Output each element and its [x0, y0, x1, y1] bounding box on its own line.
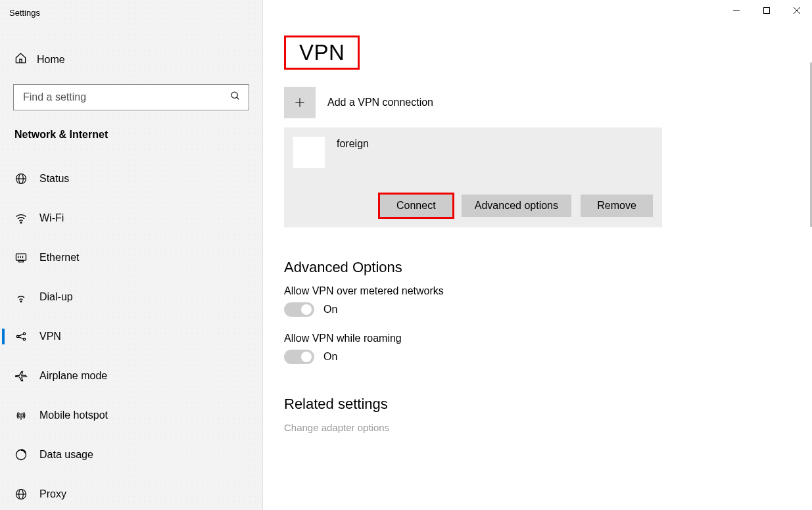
globe-icon [14, 172, 39, 185]
airplane-icon [14, 369, 39, 382]
related-settings-heading: Related settings [284, 396, 812, 413]
sidebar-item-label: Ethernet [39, 252, 79, 264]
roaming-option-label: Allow VPN while roaming [284, 333, 812, 344]
vpn-connection-name: foreign [337, 137, 369, 150]
sidebar-item-label: VPN [39, 331, 61, 342]
sidebar-item-label: Wi-Fi [39, 212, 64, 224]
data-usage-icon [14, 448, 39, 461]
sidebar-item-wifi[interactable]: Wi-Fi [0, 198, 262, 238]
vpn-connect-button[interactable]: Connect [380, 195, 452, 217]
sidebar-item-label: Status [39, 173, 69, 185]
sidebar-item-label: Proxy [39, 488, 66, 500]
svg-rect-7 [19, 260, 24, 262]
search-box[interactable] [13, 84, 249, 110]
hotspot-icon [14, 409, 39, 422]
svg-point-0 [231, 92, 237, 98]
sidebar-home[interactable]: Home [0, 47, 262, 72]
window-maximize-button[interactable] [752, 0, 782, 21]
svg-point-13 [23, 333, 25, 335]
main-content: VPN Add a VPN connection foreign Connect… [263, 0, 812, 510]
page-title: VPN [299, 40, 345, 65]
add-vpn-button[interactable]: Add a VPN connection [284, 87, 812, 118]
sidebar-item-status[interactable]: Status [0, 159, 262, 198]
home-icon [14, 52, 37, 67]
roaming-toggle-state: On [323, 351, 337, 363]
metered-toggle[interactable] [284, 302, 314, 317]
sidebar-item-dialup[interactable]: Dial-up [0, 277, 262, 317]
svg-point-14 [23, 338, 25, 340]
advanced-options-heading: Advanced Options [284, 259, 812, 276]
vpn-remove-button[interactable]: Remove [581, 195, 653, 217]
sidebar-item-hotspot[interactable]: Mobile hotspot [0, 396, 262, 435]
svg-point-11 [20, 301, 22, 302]
sidebar-item-label: Airplane mode [39, 370, 107, 382]
change-adapter-link[interactable]: Change adapter options [284, 422, 812, 433]
roaming-toggle[interactable] [284, 350, 314, 364]
sidebar-item-proxy[interactable]: Proxy [0, 475, 262, 510]
sidebar-item-ethernet[interactable]: Ethernet [0, 238, 262, 277]
vpn-connection-card[interactable]: foreign Connect Advanced options Remove [284, 128, 662, 227]
sidebar-item-label: Data usage [39, 449, 93, 461]
plus-icon [284, 87, 316, 118]
metered-option-label: Allow VPN over metered networks [284, 285, 812, 297]
sidebar-item-label: Dial-up [39, 291, 73, 303]
svg-line-1 [237, 97, 239, 99]
search-input[interactable] [22, 91, 230, 104]
sidebar-home-label: Home [37, 54, 65, 66]
svg-line-15 [19, 335, 24, 336]
window-close-button[interactable] [782, 0, 812, 21]
sidebar-item-data-usage[interactable]: Data usage [0, 435, 262, 475]
sidebar: Settings Home Network & Internet [0, 0, 263, 510]
sidebar-item-label: Mobile hotspot [39, 409, 108, 421]
vpn-icon [14, 330, 39, 343]
proxy-icon [14, 488, 39, 501]
svg-rect-6 [16, 254, 26, 260]
wifi-icon [14, 212, 39, 225]
window-minimize-button[interactable] [721, 0, 752, 21]
search-wrap [13, 84, 249, 110]
add-vpn-label: Add a VPN connection [327, 97, 433, 108]
page-title-highlight: VPN [284, 35, 360, 70]
dialup-icon [14, 290, 39, 304]
ethernet-icon [14, 251, 39, 264]
svg-rect-23 [764, 8, 770, 14]
vpn-connection-icon [293, 137, 325, 168]
sidebar-item-airplane[interactable]: Airplane mode [0, 356, 262, 396]
svg-point-5 [20, 222, 22, 223]
metered-toggle-state: On [323, 304, 337, 315]
svg-point-12 [16, 335, 18, 337]
nav-list: Status Wi-Fi Ethernet [0, 159, 262, 510]
vpn-advanced-options-button[interactable]: Advanced options [462, 195, 571, 217]
app-title: Settings [0, 4, 262, 18]
svg-line-16 [19, 337, 24, 339]
window-controls [721, 0, 812, 21]
sidebar-category: Network & Internet [14, 129, 262, 141]
search-icon [230, 91, 241, 104]
sidebar-item-vpn[interactable]: VPN [0, 317, 262, 356]
